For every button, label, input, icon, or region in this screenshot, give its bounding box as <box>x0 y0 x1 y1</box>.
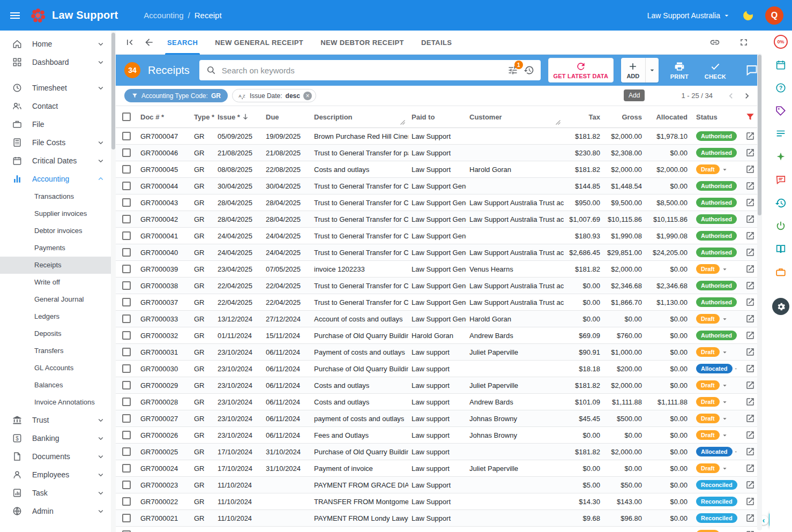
sidebar-item-gl-accounts[interactable]: GL Accounts <box>0 359 111 377</box>
fullscreen-icon[interactable] <box>738 37 749 48</box>
open-record-icon[interactable] <box>745 463 755 473</box>
row-checkbox[interactable] <box>122 331 131 340</box>
col-header-tax[interactable]: Tax <box>564 106 603 128</box>
row-checkbox[interactable] <box>122 497 131 506</box>
row-checkbox[interactable] <box>122 447 131 456</box>
sidebar-item-transactions[interactable]: Transactions <box>0 188 111 205</box>
link-icon[interactable] <box>709 37 720 48</box>
open-record-icon[interactable] <box>745 314 755 324</box>
status-badge[interactable]: Authorised <box>696 181 737 191</box>
status-badge[interactable]: Authorised <box>696 131 737 141</box>
search-input[interactable] <box>222 66 502 75</box>
sidebar-item-write-off[interactable]: Write off <box>0 274 111 291</box>
breadcrumb-receipt[interactable]: Receipt <box>195 11 222 20</box>
open-record-icon[interactable] <box>745 231 755 241</box>
sort-chip-issue-date[interactable]: AZ Issue Date:desc × <box>232 89 316 102</box>
status-badge[interactable]: Reconciled <box>696 480 737 490</box>
prev-page-icon[interactable] <box>726 91 736 101</box>
status-dropdown-icon[interactable] <box>734 448 738 456</box>
col-header-description[interactable]: Description <box>311 106 408 128</box>
remove-sort-icon[interactable]: × <box>303 92 312 100</box>
sidebar-item-admin[interactable]: Admin <box>0 502 111 520</box>
sidebar-item-transfers[interactable]: Transfers <box>0 342 111 359</box>
sidebar-item-timesheet[interactable]: Timesheet <box>0 79 111 97</box>
book-icon[interactable] <box>774 242 788 256</box>
sidebar-scrollbar[interactable] <box>111 31 116 532</box>
next-page-icon[interactable] <box>742 91 752 101</box>
sidebar-item-file[interactable]: File <box>0 115 111 133</box>
sidebar-item-deposits[interactable]: Deposits <box>0 325 111 342</box>
status-badge[interactable]: Draft <box>696 347 720 357</box>
power-icon[interactable] <box>774 219 788 233</box>
status-badge[interactable]: Reconciled <box>696 513 737 523</box>
usage-percent-badge[interactable]: 0% <box>774 35 788 49</box>
get-latest-data-button[interactable]: GET LATEST DATA <box>548 58 614 83</box>
row-checkbox[interactable] <box>122 381 131 389</box>
sidebar-item-file-costs[interactable]: File Costs <box>0 133 111 152</box>
comment-icon[interactable] <box>745 64 758 77</box>
row-checkbox[interactable] <box>122 398 131 406</box>
open-record-icon[interactable] <box>745 164 755 174</box>
status-badge[interactable]: Draft <box>696 430 720 440</box>
col-header-allocated[interactable]: Allocated <box>645 106 691 128</box>
status-dropdown-icon[interactable] <box>721 166 729 174</box>
status-badge[interactable]: Draft <box>696 164 720 174</box>
star-icon[interactable] <box>774 150 788 164</box>
status-badge[interactable]: Authorised <box>696 214 737 224</box>
tab-new-general-receipt[interactable]: NEW GENERAL RECEIPT <box>206 31 312 55</box>
resize-handle-icon[interactable] <box>555 119 561 125</box>
status-badge[interactable]: Authorised <box>696 231 737 241</box>
sidebar-item-trust[interactable]: Trust <box>0 411 111 429</box>
table-filter-icon[interactable] <box>745 111 756 122</box>
open-record-icon[interactable] <box>745 530 755 532</box>
status-badge[interactable]: Authorised <box>696 248 737 257</box>
main-scrollbar-thumb[interactable] <box>758 55 761 215</box>
sidebar-item-employees[interactable]: Employees <box>0 466 111 484</box>
sidebar-item-documents[interactable]: Documents <box>0 447 111 466</box>
print-button[interactable]: PRINT <box>666 61 693 80</box>
row-checkbox[interactable] <box>122 514 131 522</box>
sidebar-item-critical-dates[interactable]: Critical Dates <box>0 152 111 170</box>
status-badge[interactable]: Draft <box>696 463 720 473</box>
open-record-icon[interactable] <box>745 198 755 207</box>
filter-chip-accounting-type[interactable]: Accounting Type Code:GR <box>124 89 228 102</box>
col-header-status[interactable]: Status <box>691 106 741 128</box>
first-page-icon[interactable] <box>124 37 135 48</box>
status-dropdown-icon[interactable] <box>721 315 729 323</box>
open-record-icon[interactable] <box>745 380 755 390</box>
breadcrumb-accounting[interactable]: Accounting <box>144 11 183 20</box>
row-checkbox[interactable] <box>122 281 131 290</box>
sidebar-scrollbar-thumb[interactable] <box>111 33 115 149</box>
status-dropdown-icon[interactable] <box>721 431 729 439</box>
avatar[interactable]: Q <box>765 6 783 25</box>
open-record-icon[interactable] <box>745 480 755 490</box>
row-checkbox[interactable] <box>122 231 131 240</box>
open-record-icon[interactable] <box>745 447 755 456</box>
dark-mode-toggle-icon[interactable] <box>740 7 756 23</box>
status-dropdown-icon[interactable] <box>721 398 729 406</box>
search-history-icon[interactable] <box>524 65 534 76</box>
status-dropdown-icon[interactable] <box>721 265 729 273</box>
sidebar-item-dashboard[interactable]: Dashboard <box>0 53 111 71</box>
status-badge[interactable]: Draft <box>696 397 720 407</box>
resize-handle-icon[interactable] <box>400 119 405 125</box>
open-record-icon[interactable] <box>745 497 755 506</box>
row-checkbox[interactable] <box>122 165 131 174</box>
open-record-icon[interactable] <box>745 181 755 191</box>
status-badge[interactable]: Draft <box>696 380 720 390</box>
status-badge[interactable]: Allocated <box>696 447 733 456</box>
sidebar-item-payments[interactable]: Payments <box>0 239 111 257</box>
sidebar-item-home[interactable]: Home <box>0 35 111 53</box>
status-badge[interactable]: Authorised <box>696 148 737 158</box>
sidebar-item-general-journal[interactable]: General Journal <box>0 291 111 308</box>
org-selector[interactable]: Law Support Australia <box>647 11 731 20</box>
status-dropdown-icon[interactable] <box>721 348 729 356</box>
col-header-doc[interactable]: Doc # * <box>137 106 191 128</box>
status-badge[interactable]: Draft <box>696 314 720 324</box>
filter-settings-icon[interactable]: 1 <box>507 65 518 76</box>
col-header-type[interactable]: Type * <box>191 106 214 128</box>
hamburger-menu-icon[interactable] <box>9 9 21 22</box>
open-record-icon[interactable] <box>745 131 755 141</box>
row-checkbox[interactable] <box>122 464 131 473</box>
sidebar-item-supplier-invoices[interactable]: Supplier invoices <box>0 205 111 222</box>
